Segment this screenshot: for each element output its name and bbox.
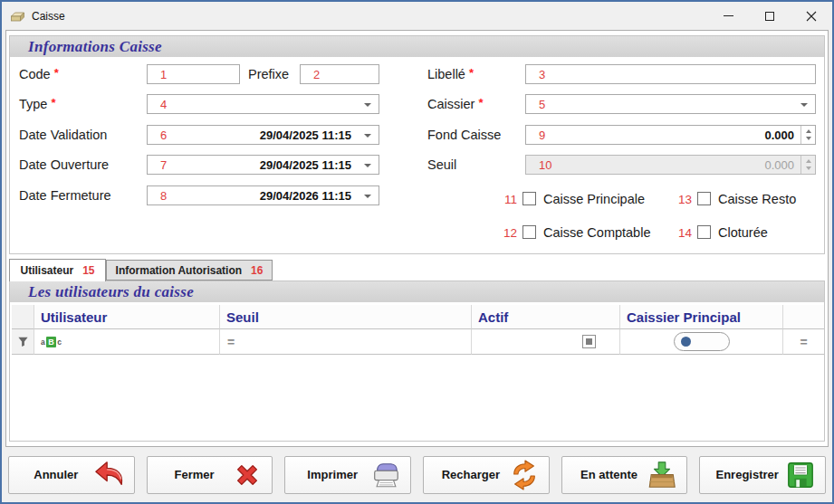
chevron-down-icon bbox=[364, 134, 371, 138]
maximize-icon bbox=[765, 12, 774, 21]
prefixe-field[interactable] bbox=[300, 64, 379, 84]
fond-caisse-label: Fond Caisse bbox=[427, 128, 501, 142]
libelle-input[interactable] bbox=[526, 65, 815, 83]
filter-actif-cell[interactable] bbox=[472, 329, 620, 355]
info-section-title: Informations Caisse bbox=[10, 36, 824, 57]
caisse-window: Caisse Informations Caisse Code* bbox=[0, 0, 834, 504]
en-attente-button[interactable]: En attente bbox=[561, 456, 688, 494]
column-header-utilisateur[interactable]: Utilisateur bbox=[34, 305, 220, 329]
close-button[interactable] bbox=[791, 2, 832, 30]
date-ouverture-label: Date Ouverture bbox=[19, 157, 109, 172]
cash-drawer-icon bbox=[10, 9, 25, 24]
annuler-button[interactable]: Annuler bbox=[8, 456, 135, 494]
spinner-control bbox=[800, 156, 815, 174]
printer-icon bbox=[370, 460, 401, 490]
spin-down-icon bbox=[806, 166, 811, 170]
required-asterisk: * bbox=[478, 96, 483, 109]
users-section-title: Les utilisateurs du caisse bbox=[10, 281, 824, 302]
code-input[interactable] bbox=[148, 65, 239, 83]
toggle-switch[interactable] bbox=[674, 332, 730, 351]
caisse-comptable-checkbox[interactable] bbox=[522, 225, 536, 239]
enregistrer-button[interactable]: Enregistrer bbox=[699, 456, 826, 494]
column-header-caissier-principal[interactable]: Caissier Principal bbox=[620, 305, 783, 329]
libelle-field[interactable] bbox=[525, 64, 816, 84]
caisse-comptable-label: Caisse Comptable bbox=[543, 225, 650, 240]
equals-filter-icon: = bbox=[220, 335, 235, 349]
filter-caissier-principal-cell[interactable] bbox=[620, 329, 783, 355]
checkbox-num: 11 bbox=[495, 193, 517, 206]
chevron-down-icon bbox=[364, 164, 371, 167]
undo-arrow-icon bbox=[94, 460, 125, 490]
save-disk-icon bbox=[785, 460, 816, 490]
spinner-control[interactable] bbox=[800, 126, 815, 144]
prefixe-label: Prefixe bbox=[248, 67, 289, 81]
spin-up-icon bbox=[806, 129, 811, 133]
imprimer-button[interactable]: Imprimer bbox=[284, 456, 411, 494]
close-icon bbox=[806, 11, 817, 22]
table-header-row: Utilisateur Seuil Actif Caissier Princip… bbox=[12, 305, 824, 329]
filter-funnel-icon bbox=[17, 336, 29, 347]
caisse-principale-label: Caisse Principale bbox=[543, 192, 645, 206]
fond-caisse-field[interactable]: 9 0.000 bbox=[525, 125, 816, 145]
required-asterisk: * bbox=[469, 66, 474, 80]
users-section: Les utilisateurs du caisse Utilisateur S… bbox=[9, 281, 825, 442]
column-header-actif[interactable]: Actif bbox=[472, 305, 620, 329]
date-ouverture-field[interactable]: 7 29/04/2025 11:15 bbox=[147, 155, 379, 175]
libelle-label: Libellé* bbox=[427, 67, 474, 81]
fermer-button[interactable]: Fermer bbox=[147, 456, 273, 494]
cloturee-label: Cloturée bbox=[718, 225, 768, 240]
chevron-down-icon bbox=[364, 103, 371, 107]
red-x-icon bbox=[232, 460, 263, 490]
date-validation-label: Date Validation bbox=[19, 128, 107, 142]
window-controls bbox=[707, 2, 832, 30]
chevron-down-icon bbox=[364, 195, 371, 198]
title-bar: Caisse bbox=[2, 2, 832, 30]
filter-utilisateur-cell[interactable]: a B c bbox=[34, 329, 220, 355]
window-title: Caisse bbox=[32, 10, 65, 23]
equals-filter-icon: = bbox=[800, 335, 807, 349]
chevron-down-icon bbox=[800, 103, 808, 107]
row-indicator-header bbox=[12, 305, 34, 329]
filter-indicator-cell bbox=[12, 329, 34, 355]
indeterminate-checkbox-icon[interactable] bbox=[582, 335, 596, 348]
required-asterisk: * bbox=[54, 66, 59, 80]
required-asterisk: * bbox=[51, 96, 55, 109]
column-header-seuil[interactable]: Seuil bbox=[220, 305, 472, 329]
code-field[interactable] bbox=[147, 64, 240, 84]
code-label: Code* bbox=[19, 67, 59, 81]
seuil-field: 10 0.000 bbox=[525, 155, 816, 175]
filter-extra-cell[interactable]: = bbox=[783, 329, 824, 355]
spin-down-icon bbox=[806, 137, 811, 140]
type-label: Type* bbox=[19, 97, 56, 111]
caissier-label: Caissier* bbox=[427, 97, 483, 111]
tab-utilisateur[interactable]: Utilisateur 15 bbox=[9, 259, 106, 281]
checkbox-num: 14 bbox=[670, 226, 692, 240]
main-panel: Informations Caisse Code* Prefixe Libell… bbox=[5, 30, 829, 447]
inbox-down-arrow-icon bbox=[647, 460, 677, 490]
seuil-label: Seuil bbox=[427, 157, 456, 172]
checkbox-num: 12 bbox=[495, 226, 517, 240]
caissier-combo[interactable]: 5 bbox=[525, 94, 816, 114]
caisse-resto-checkbox[interactable] bbox=[697, 192, 711, 205]
cloturee-checkbox[interactable] bbox=[697, 225, 711, 239]
date-fermeture-label: Date Fermeture bbox=[19, 188, 111, 203]
footer-toolbar: Annuler Fermer Imprimer Recharger bbox=[2, 447, 832, 502]
info-section: Informations Caisse Code* Prefixe Libell… bbox=[9, 35, 825, 254]
tab-information-autorisation[interactable]: Information Autorisation 16 bbox=[106, 260, 273, 281]
caisse-principale-checkbox[interactable] bbox=[522, 192, 536, 205]
column-header-extra bbox=[783, 305, 824, 329]
refresh-icon bbox=[509, 460, 540, 490]
minimize-button[interactable] bbox=[707, 2, 749, 30]
type-combo[interactable]: 4 bbox=[147, 94, 379, 114]
date-validation-field[interactable]: 6 29/04/2025 11:15 bbox=[147, 125, 379, 145]
spin-up-icon bbox=[806, 159, 811, 163]
minimize-icon bbox=[724, 15, 733, 16]
recharger-button[interactable]: Recharger bbox=[423, 456, 550, 494]
users-table: Utilisateur Seuil Actif Caissier Princip… bbox=[12, 305, 824, 355]
maximize-button[interactable] bbox=[749, 2, 791, 30]
caisse-resto-label: Caisse Resto bbox=[718, 192, 796, 206]
toggle-dot-icon bbox=[681, 337, 691, 347]
filter-seuil-cell[interactable]: = bbox=[220, 329, 472, 355]
date-fermeture-field[interactable]: 8 29/04/2026 11:15 bbox=[147, 185, 379, 205]
prefixe-input[interactable] bbox=[301, 65, 379, 83]
